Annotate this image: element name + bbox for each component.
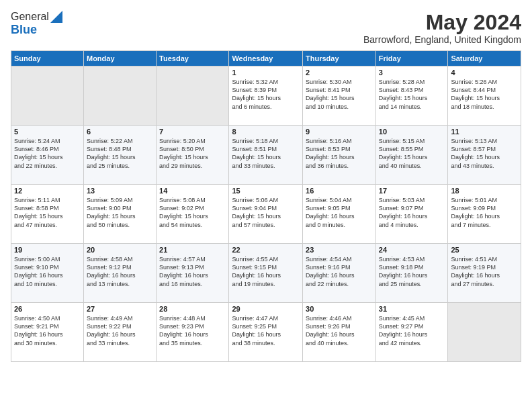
day-info-line: Daylight: 15 hours	[379, 154, 428, 161]
day-info-line: Sunset: 9:27 PM	[379, 323, 424, 330]
day-info-line: Sunset: 9:10 PM	[14, 264, 59, 271]
day-info-line: Sunrise: 5:15 AM	[379, 138, 425, 144]
day-info: Sunrise: 4:55 AMSunset: 9:15 PMDaylight:…	[232, 255, 300, 288]
col-monday: Monday	[83, 51, 156, 66]
day-info-line: and 33 minutes.	[232, 163, 275, 169]
day-info-line: Sunrise: 4:57 AM	[159, 256, 206, 263]
day-info: Sunrise: 5:03 AMSunset: 9:07 PMDaylight:…	[379, 196, 445, 229]
day-info-line: Daylight: 16 hours	[14, 331, 63, 338]
day-number: 18	[451, 187, 518, 195]
day-info-line: Sunset: 9:00 PM	[87, 205, 132, 212]
day-info-line: Daylight: 16 hours	[306, 272, 355, 279]
day-info-line: Daylight: 16 hours	[232, 272, 281, 279]
day-number: 9	[306, 128, 373, 136]
calendar-cell: 12Sunrise: 5:11 AMSunset: 8:58 PMDayligh…	[11, 185, 84, 244]
calendar-cell: 1Sunrise: 5:32 AMSunset: 8:39 PMDaylight…	[229, 66, 303, 126]
day-info-line: Sunrise: 5:24 AM	[14, 138, 60, 144]
day-info-line: Sunset: 9:16 PM	[306, 264, 351, 271]
day-info-line: Sunset: 8:55 PM	[379, 146, 424, 152]
calendar-cell: 26Sunrise: 4:50 AMSunset: 9:21 PMDayligh…	[11, 303, 84, 362]
day-number: 6	[87, 128, 153, 136]
calendar-cell: 16Sunrise: 5:04 AMSunset: 9:05 PMDayligh…	[303, 185, 376, 244]
col-thursday: Thursday	[303, 51, 376, 66]
day-number: 24	[379, 246, 445, 254]
day-info-line: Daylight: 16 hours	[451, 213, 500, 220]
day-info-line: and 22 minutes.	[306, 281, 349, 287]
day-info-line: Daylight: 16 hours	[306, 331, 355, 338]
day-info-line: Sunrise: 4:50 AM	[14, 315, 60, 322]
calendar-cell: 31Sunrise: 4:45 AMSunset: 9:27 PMDayligh…	[375, 303, 448, 362]
day-info-line: and 10 minutes.	[14, 281, 57, 287]
day-number: 27	[87, 305, 153, 313]
day-info-line: Daylight: 16 hours	[87, 272, 136, 279]
day-info-line: and 38 minutes.	[232, 340, 275, 347]
day-info-line: Daylight: 16 hours	[159, 331, 208, 338]
day-info-line: and 22 minutes.	[14, 163, 57, 169]
day-info-line: and 0 minutes.	[306, 222, 345, 228]
calendar-cell: 6Sunrise: 5:22 AMSunset: 8:48 PMDaylight…	[83, 126, 156, 185]
logo-icon	[50, 11, 62, 23]
day-info-line: and 7 minutes.	[451, 222, 490, 228]
calendar-week-row: 19Sunrise: 5:00 AMSunset: 9:10 PMDayligh…	[11, 244, 521, 303]
day-info: Sunrise: 5:15 AMSunset: 8:55 PMDaylight:…	[379, 137, 445, 170]
day-number: 10	[379, 128, 445, 136]
day-info: Sunrise: 5:18 AMSunset: 8:51 PMDaylight:…	[232, 137, 300, 170]
day-info-line: Sunrise: 5:16 AM	[306, 138, 352, 144]
day-info-line: Sunset: 8:53 PM	[306, 146, 351, 152]
day-number: 23	[306, 246, 373, 254]
calendar-cell: 9Sunrise: 5:16 AMSunset: 8:53 PMDaylight…	[303, 126, 376, 185]
calendar-cell: 28Sunrise: 4:48 AMSunset: 9:23 PMDayligh…	[157, 303, 229, 362]
calendar-cell	[448, 303, 521, 362]
day-info-line: Sunset: 9:02 PM	[159, 205, 204, 212]
day-info-line: Sunset: 9:22 PM	[87, 323, 132, 330]
day-info-line: Daylight: 15 hours	[87, 213, 136, 220]
logo: General Blue	[11, 11, 62, 37]
day-number: 2	[306, 68, 373, 77]
day-info-line: Sunset: 9:05 PM	[306, 205, 351, 212]
day-info-line: Daylight: 15 hours	[87, 154, 136, 161]
day-number: 26	[14, 305, 81, 313]
day-info-line: and 29 minutes.	[159, 163, 202, 169]
day-info-line: and 57 minutes.	[232, 222, 275, 228]
day-info-line: Sunset: 9:18 PM	[379, 264, 424, 271]
svg-marker-0	[50, 11, 62, 23]
calendar-cell: 21Sunrise: 4:57 AMSunset: 9:13 PMDayligh…	[157, 244, 229, 303]
day-info-line: Daylight: 15 hours	[306, 154, 355, 161]
day-info-line: and 16 minutes.	[159, 281, 202, 287]
day-number: 30	[306, 305, 373, 313]
calendar-week-row: 26Sunrise: 4:50 AMSunset: 9:21 PMDayligh…	[11, 303, 521, 362]
day-info-line: and 43 minutes.	[451, 163, 494, 169]
day-info: Sunrise: 5:08 AMSunset: 9:02 PMDaylight:…	[159, 196, 226, 229]
col-tuesday: Tuesday	[157, 51, 229, 66]
day-info-line: Daylight: 16 hours	[14, 272, 63, 279]
day-info-line: Sunrise: 5:30 AM	[306, 79, 352, 85]
day-number: 11	[451, 128, 518, 136]
day-number: 22	[232, 246, 300, 254]
day-info-line: Sunset: 9:15 PM	[232, 264, 277, 271]
day-info-line: Sunrise: 4:51 AM	[451, 256, 497, 263]
day-info-line: Sunrise: 4:49 AM	[87, 315, 133, 322]
day-number: 12	[14, 187, 81, 195]
calendar-cell: 14Sunrise: 5:08 AMSunset: 9:02 PMDayligh…	[157, 185, 229, 244]
day-info-line: Sunset: 8:41 PM	[306, 87, 351, 93]
day-info-line: Daylight: 16 hours	[159, 272, 208, 279]
calendar-cell: 8Sunrise: 5:18 AMSunset: 8:51 PMDaylight…	[229, 126, 303, 185]
day-info-line: Sunset: 9:09 PM	[451, 205, 496, 212]
day-info-line: Sunset: 8:51 PM	[232, 146, 277, 152]
day-info-line: Sunrise: 4:53 AM	[379, 256, 425, 263]
day-number: 1	[232, 68, 300, 77]
day-info-line: Daylight: 16 hours	[232, 331, 281, 338]
day-info-line: Sunset: 8:44 PM	[451, 87, 496, 93]
day-info-line: and 54 minutes.	[159, 222, 202, 228]
day-info-line: and 33 minutes.	[87, 340, 130, 347]
day-info: Sunrise: 5:09 AMSunset: 9:00 PMDaylight:…	[87, 196, 153, 229]
day-info-line: Sunset: 8:39 PM	[232, 87, 277, 93]
day-info-line: and 42 minutes.	[379, 340, 422, 347]
day-info: Sunrise: 4:48 AMSunset: 9:23 PMDaylight:…	[159, 314, 226, 347]
day-info-line: Daylight: 16 hours	[87, 331, 136, 338]
day-info-line: and 47 minutes.	[14, 222, 57, 228]
day-info: Sunrise: 5:00 AMSunset: 9:10 PMDaylight:…	[14, 255, 81, 288]
day-info-line: Sunset: 9:07 PM	[379, 205, 424, 212]
day-info-line: Daylight: 15 hours	[159, 154, 208, 161]
calendar-cell: 17Sunrise: 5:03 AMSunset: 9:07 PMDayligh…	[375, 185, 448, 244]
